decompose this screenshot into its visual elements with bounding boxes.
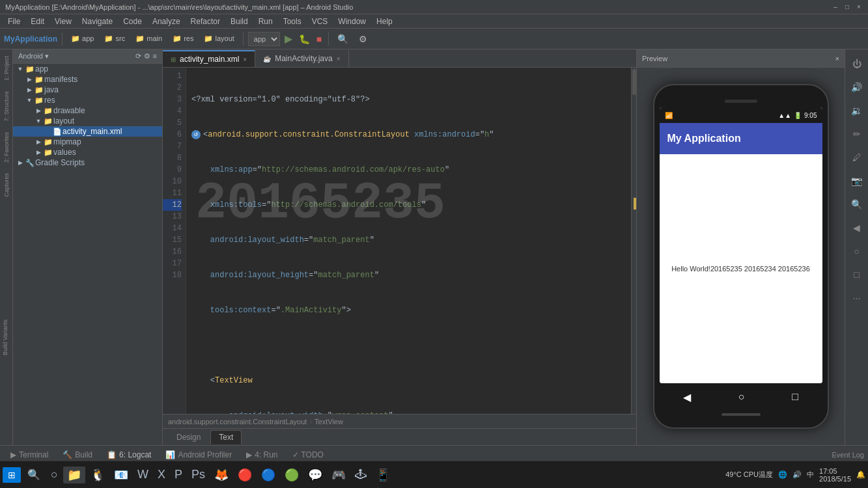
- toolbar-res-btn[interactable]: 📁 res: [169, 31, 197, 47]
- tree-item-java[interactable]: ▶ 📁 java: [13, 85, 162, 95]
- menu-build[interactable]: Build: [225, 16, 253, 27]
- left-panel-structure[interactable]: 7: Structure: [2, 87, 11, 126]
- menu-code[interactable]: Code: [118, 16, 147, 27]
- taskbar-app1[interactable]: 🔴: [234, 467, 256, 483]
- event-log-btn[interactable]: Event Log: [832, 451, 864, 459]
- zoom-button[interactable]: 🔍: [848, 195, 866, 213]
- tree-item-drawable[interactable]: ▶ 📁 drawable: [13, 105, 162, 116]
- menu-help[interactable]: Help: [371, 16, 398, 27]
- volume-up-button[interactable]: 🔊: [848, 78, 866, 96]
- menu-tools[interactable]: Tools: [278, 16, 307, 27]
- nav-recent-icon[interactable]: □: [792, 391, 798, 403]
- tab-design[interactable]: Design: [168, 430, 209, 444]
- nav-home-icon[interactable]: ○: [738, 391, 745, 403]
- taskbar-steam[interactable]: 🎮: [328, 467, 350, 483]
- menu-navigate[interactable]: Navigate: [77, 16, 118, 27]
- tab-build[interactable]: 🔨 Build: [56, 448, 99, 461]
- taskbar-email[interactable]: 📧: [110, 467, 132, 483]
- home-button[interactable]: ○: [848, 242, 866, 260]
- taskbar-app2[interactable]: 🔵: [257, 467, 279, 483]
- taskbar-games2[interactable]: 🕹: [351, 467, 371, 483]
- tab-activity-main[interactable]: ⊞ activity_main.xml ×: [163, 50, 255, 67]
- tree-item-layout[interactable]: ▼ 📁 layout: [13, 116, 162, 126]
- taskbar-wechat[interactable]: 📱: [372, 467, 394, 483]
- edit-button[interactable]: ✏: [848, 125, 866, 143]
- tree-item-mipmap[interactable]: ▶ 📁 mipmap: [13, 137, 162, 147]
- preview-close[interactable]: ×: [835, 55, 839, 62]
- menu-run[interactable]: Run: [253, 16, 278, 27]
- taskbar-excel[interactable]: X: [154, 467, 169, 483]
- tree-more-btn[interactable]: ≡: [153, 52, 157, 61]
- window-controls[interactable]: – □ ×: [832, 3, 863, 11]
- tab-mainactivity[interactable]: ☕ MainActivity.java ×: [255, 50, 348, 67]
- menu-analyze[interactable]: Analyze: [147, 16, 186, 27]
- tree-item-values[interactable]: ▶ 📁 values: [13, 147, 162, 157]
- code-editor[interactable]: 20165235 1 2 3 4 5 6 7 8 9 10 11 12 13 1…: [163, 68, 636, 414]
- power-button[interactable]: ⏻: [848, 55, 866, 73]
- run-button[interactable]: ▶: [283, 33, 294, 45]
- tab-logcat[interactable]: 📋 6: Logcat: [100, 448, 158, 461]
- tab-terminal-label: Terminal: [19, 450, 48, 459]
- tab-todo[interactable]: ✓ TODO: [286, 448, 330, 461]
- menu-vcs[interactable]: VCS: [307, 16, 333, 27]
- minimize-button[interactable]: –: [832, 3, 839, 11]
- settings-button[interactable]: ⚙: [355, 31, 371, 47]
- code-content[interactable]: <?xml version="1.0" encoding="utf-8"?> ↺…: [186, 68, 631, 414]
- tab-profiler[interactable]: 📊 Android Profiler: [159, 448, 238, 461]
- stop-button[interactable]: ■: [315, 34, 324, 44]
- pencil-button[interactable]: 🖊: [848, 148, 866, 167]
- back-button[interactable]: ◀: [848, 219, 866, 237]
- tree-item-activity-main[interactable]: 📄 activity_main.xml: [13, 126, 162, 137]
- toolbar-main-btn[interactable]: 📁 main: [132, 31, 166, 47]
- taskbar-ppt[interactable]: P: [171, 467, 186, 483]
- file-tree: Android ▾ ⟳ ⚙ ≡ ▼ 📁 app ▶ 📁 manifests ▶ …: [13, 49, 163, 445]
- tab-text[interactable]: Text: [210, 430, 242, 444]
- toolbar-app-btn[interactable]: 📁 app: [67, 31, 98, 47]
- maximize-button[interactable]: □: [843, 3, 851, 11]
- tab-run[interactable]: ▶ 4: Run: [240, 448, 284, 461]
- taskbar-ps[interactable]: Ps: [188, 467, 209, 483]
- toolbar-layout-btn[interactable]: 📁 layout: [200, 31, 238, 47]
- tree-item-gradle-scripts[interactable]: ▶ 🔧 Gradle Scripts: [13, 157, 162, 168]
- menu-file[interactable]: File: [3, 16, 25, 27]
- close-icon[interactable]: ×: [243, 56, 247, 63]
- left-panel-favorites[interactable]: 2: Favorites: [2, 128, 11, 167]
- tree-item-manifests[interactable]: ▶ 📁 manifests: [13, 74, 162, 85]
- camera-button[interactable]: 📷: [848, 172, 866, 190]
- taskbar-word[interactable]: W: [133, 467, 152, 483]
- menu-edit[interactable]: Edit: [25, 16, 49, 27]
- file-tree-title: Android ▾: [18, 52, 49, 61]
- recent-button[interactable]: □: [848, 265, 866, 284]
- toolbar-src-btn[interactable]: 📁 src: [100, 31, 129, 47]
- nav-back-icon[interactable]: ◀: [683, 391, 691, 403]
- taskbar-notification[interactable]: 🔔: [856, 470, 865, 479]
- tab-terminal[interactable]: ▶ Terminal: [4, 448, 55, 461]
- search-everywhere-button[interactable]: 🔍: [333, 31, 352, 47]
- left-panel-project[interactable]: 1: Project: [2, 52, 11, 85]
- menu-refactor[interactable]: Refactor: [186, 16, 225, 27]
- run-config-selector[interactable]: app: [248, 32, 280, 46]
- taskbar-files[interactable]: 📁: [63, 467, 85, 483]
- left-panel-captures[interactable]: Captures: [2, 169, 11, 201]
- sync-btn[interactable]: ⟳: [135, 52, 141, 61]
- debug-button[interactable]: 🐛: [297, 34, 312, 44]
- phone-status-left: 📶: [665, 112, 673, 119]
- gear-icon[interactable]: ⚙: [144, 52, 150, 61]
- taskbar-cortana[interactable]: ○: [47, 467, 62, 483]
- tree-item-app[interactable]: ▼ 📁 app: [13, 64, 162, 74]
- taskbar-ubuntu[interactable]: 🐧: [87, 467, 109, 483]
- menu-window[interactable]: Window: [333, 16, 371, 27]
- close-icon[interactable]: ×: [337, 55, 341, 62]
- taskbar-firefox[interactable]: 🦊: [210, 467, 232, 483]
- volume-down-button[interactable]: 🔉: [848, 102, 866, 120]
- more-button[interactable]: ···: [848, 289, 866, 307]
- code-line-6: android:layout_height="match_parent": [191, 269, 626, 281]
- menu-view[interactable]: View: [49, 16, 77, 27]
- tree-item-res[interactable]: ▼ 📁 res: [13, 95, 162, 105]
- scroll-bar[interactable]: [631, 68, 636, 414]
- taskbar-wechat-games[interactable]: 💬: [304, 467, 326, 483]
- taskbar-app3[interactable]: 🟢: [281, 467, 303, 483]
- close-button[interactable]: ×: [855, 3, 863, 11]
- start-button[interactable]: ⊞: [3, 467, 21, 483]
- taskbar-search[interactable]: 🔍: [22, 466, 46, 483]
